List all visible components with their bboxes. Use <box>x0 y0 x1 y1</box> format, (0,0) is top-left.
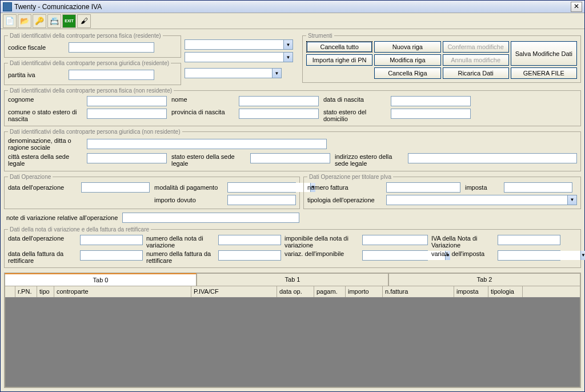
group-nota: Dati della nota di variazione e della fa… <box>4 226 581 268</box>
chevron-down-icon[interactable]: ▼ <box>283 53 292 62</box>
numero-fattura-input[interactable] <box>386 182 460 193</box>
stato-sede-input[interactable] <box>250 153 330 163</box>
tab-2[interactable]: Tab 2 <box>388 273 580 286</box>
cancella-tutto-button[interactable]: Cancella tutto <box>306 41 372 53</box>
variaz-imposta-combo[interactable]: ▼ <box>498 250 560 261</box>
tipologia-input[interactable] <box>387 195 567 205</box>
nuova-riga-button[interactable]: Nuova riga <box>374 41 440 53</box>
modalita-input[interactable] <box>228 183 310 192</box>
chevron-down-icon[interactable]: ▼ <box>567 195 576 205</box>
citta-input[interactable] <box>87 153 167 163</box>
col-importo[interactable]: importo <box>346 286 383 297</box>
cognome-input[interactable] <box>87 96 167 106</box>
label-citta: città estera della sede legale <box>8 153 82 167</box>
brush-icon[interactable]: 🖌 <box>77 14 91 28</box>
col-dataop[interactable]: data op. <box>277 286 314 297</box>
numero-nota-input[interactable] <box>218 235 281 245</box>
imponibile-input[interactable] <box>362 235 428 245</box>
variaz-imponibile-combo[interactable]: ▼ <box>362 250 428 261</box>
group-pf-nonres: Dati identificativi della controparte pe… <box>4 87 581 126</box>
legend-pg-res: Dati identificativi della controparte pe… <box>8 60 171 66</box>
conferma-modifiche-button[interactable]: Conferma modifiche <box>443 41 509 53</box>
annulla-modifiche-button[interactable]: Annulla modifiche <box>443 54 509 66</box>
salva-modifiche-button[interactable]: Salva Modifiche Dati <box>511 41 577 66</box>
tab-1[interactable]: Tab 1 <box>197 273 388 286</box>
legend-pf-nonres: Dati identificativi della controparte pe… <box>8 87 174 94</box>
exit-icon[interactable]: EXIT <box>62 14 76 28</box>
col-nfattura[interactable]: n.fattura <box>383 286 454 297</box>
chevron-down-icon[interactable]: ▼ <box>580 251 585 260</box>
col-rpn[interactable]: r.PN. <box>15 286 37 297</box>
col-pagam[interactable]: pagam. <box>314 286 346 297</box>
denominazione-input[interactable] <box>87 139 327 149</box>
note-input[interactable] <box>122 213 299 223</box>
col-tipologia[interactable]: tipologia <box>488 286 523 297</box>
indirizzo-input[interactable] <box>408 153 577 163</box>
combo-1-input[interactable] <box>185 40 283 49</box>
combo-3-input[interactable] <box>185 69 272 78</box>
partita-iva-input[interactable] <box>69 70 154 80</box>
print-icon[interactable]: 📇 <box>47 14 61 28</box>
group-pf-residente: Dati identificativi della controparte pe… <box>4 33 181 58</box>
doc-icon[interactable]: 📄 <box>3 14 17 28</box>
chevron-down-icon[interactable]: ▼ <box>272 69 281 78</box>
data-grid[interactable]: r.PN. tipo controparte P.IVA/CF data op.… <box>5 286 580 387</box>
label-provincia: provincia di nascita <box>171 109 234 115</box>
imposta-input[interactable] <box>504 182 572 193</box>
cancella-riga-button[interactable]: Cancella Riga <box>374 67 440 79</box>
key-icon[interactable]: 🔑 <box>33 14 46 28</box>
data-nascita-input[interactable] <box>391 96 471 106</box>
col-imposta[interactable]: imposta <box>454 286 488 297</box>
codice-fiscale-input[interactable] <box>69 42 154 53</box>
iva-nota-input[interactable] <box>498 235 560 245</box>
label-numero-fattura: numero fattura <box>307 184 382 191</box>
label-variaz-imposta: variaz. dell'imposta <box>431 250 494 257</box>
chevron-down-icon[interactable]: ▼ <box>283 40 292 49</box>
tab-0[interactable]: Tab 0 <box>5 273 197 286</box>
nota-dataop-input[interactable] <box>80 235 143 245</box>
numero-fattura-rett-input[interactable] <box>218 250 281 261</box>
data-fattura-input[interactable] <box>80 250 143 261</box>
modalita-combo[interactable]: ▼ <box>227 182 296 193</box>
col-selector[interactable] <box>5 286 15 297</box>
combo-2[interactable]: ▼ <box>185 52 293 62</box>
label-iva-nota: IVA della Nota di Variazione <box>431 235 494 249</box>
toolbar: 📄 📂 🔑 📇 EXIT 🖌 <box>1 13 584 29</box>
open-icon[interactable]: 📂 <box>18 14 31 28</box>
nome-input[interactable] <box>239 96 319 106</box>
tipologia-combo[interactable]: ▼ <box>386 195 577 205</box>
close-icon[interactable]: ✕ <box>571 2 582 12</box>
grid-body[interactable] <box>5 298 580 387</box>
legend-strumenti: Strumenti <box>306 33 334 39</box>
data-operazione-input[interactable] <box>81 182 150 193</box>
combo-3[interactable]: ▼ <box>185 68 282 78</box>
variaz-imposta-input[interactable] <box>498 251 580 260</box>
modifica-riga-button[interactable]: Modifica riga <box>374 54 440 66</box>
label-data-nascita: data di nascita <box>323 96 386 103</box>
comune-input[interactable] <box>87 109 167 119</box>
label-codice-fiscale: codice fiscale <box>8 44 65 51</box>
importo-input[interactable] <box>227 195 296 205</box>
label-imposta: imposta <box>465 184 499 191</box>
col-piva[interactable]: P.IVA/CF <box>191 286 277 297</box>
group-pg-nonres: Dati identificativi della controparte pe… <box>4 129 581 171</box>
label-importo: importo dovuto <box>154 197 223 203</box>
provincia-input[interactable] <box>239 109 319 119</box>
stato-estero-input[interactable] <box>391 109 471 119</box>
col-tipo[interactable]: tipo <box>37 286 54 297</box>
label-nota-dataop: data dell'operazione <box>8 235 77 242</box>
combo-2-input[interactable] <box>185 53 283 62</box>
window-title: Twenty - Comunicazione IVA <box>14 3 571 11</box>
col-controparte[interactable]: controparte <box>54 286 191 297</box>
label-cognome: cognome <box>8 96 82 103</box>
label-stato-estero: stato estero del domicilio <box>323 109 386 122</box>
combo-1[interactable]: ▼ <box>185 39 293 50</box>
label-nome: nome <box>171 96 234 103</box>
legend-pf-res: Dati identificativi della controparte pe… <box>8 33 163 39</box>
group-strumenti: Strumenti Cancella tutto Nuova riga Conf… <box>302 33 581 83</box>
genera-file-button[interactable]: GENERA FILE <box>511 67 577 79</box>
importa-righe-button[interactable]: Importa righe di PN <box>306 54 372 66</box>
label-imponibile: imponibile della nota di variazione <box>285 235 359 249</box>
ricarica-dati-button[interactable]: Ricarica Dati <box>443 67 509 79</box>
label-numero-fattura-rett: numero della fattura da rettificare <box>146 250 215 264</box>
